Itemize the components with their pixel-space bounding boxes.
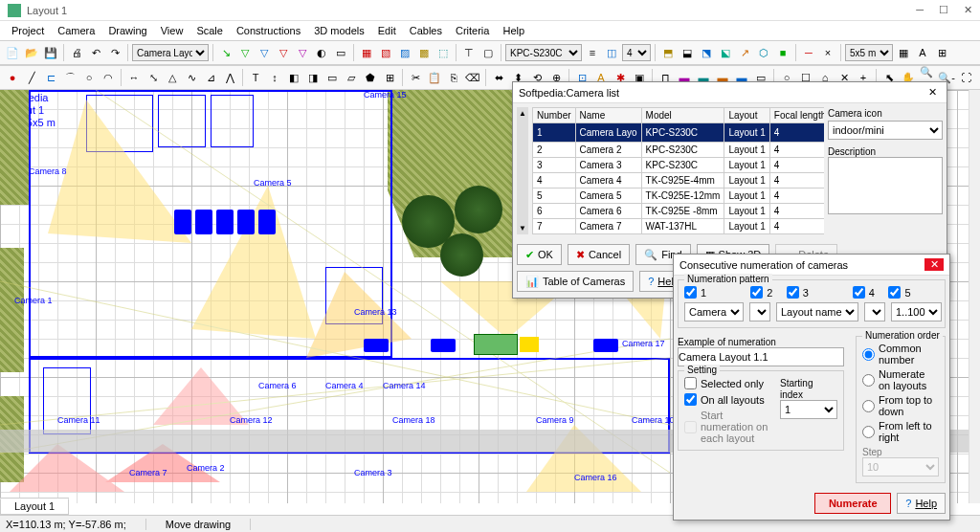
tool-icon[interactable]: ▱ — [343, 69, 360, 86]
print-icon[interactable]: 🖨 — [68, 44, 85, 61]
camera-table[interactable]: NumberNameModelLayoutFocal lengthImage s… — [532, 107, 824, 234]
vertical-scrollbar[interactable] — [969, 90, 980, 503]
menu-help[interactable]: Help — [497, 23, 530, 38]
tool-icon[interactable]: ⬡ — [755, 44, 772, 61]
save-icon[interactable]: 💾 — [42, 44, 59, 61]
camera-icon-select[interactable]: indoor/mini — [828, 121, 943, 140]
order-topdown-radio[interactable] — [862, 400, 875, 412]
tool-icon[interactable]: ⤡ — [145, 69, 162, 86]
tool-icon[interactable]: ↘ — [217, 44, 234, 61]
sel-3[interactable]: Layout name — [776, 302, 858, 321]
help-button[interactable]: ?Help — [897, 493, 946, 514]
cancel-button[interactable]: ✖Cancel — [568, 244, 630, 265]
new-icon[interactable]: 📄 — [4, 44, 21, 61]
tool-icon[interactable]: ⌫ — [464, 69, 481, 86]
sel-1[interactable]: Camera — [684, 302, 744, 321]
description-textarea[interactable] — [828, 157, 943, 214]
open-icon[interactable]: 📂 — [23, 44, 40, 61]
tool-icon[interactable]: ∿ — [183, 69, 200, 86]
scroll-up-icon[interactable]: ▲ — [519, 109, 526, 118]
tool-icon[interactable]: ▩ — [415, 44, 433, 61]
tool-icon[interactable]: ▽ — [256, 44, 273, 61]
sel-2[interactable] — [749, 302, 770, 321]
tool-icon[interactable]: ✂ — [407, 69, 424, 86]
grid-select[interactable]: 5x5 m — [845, 44, 893, 61]
tool-icon[interactable]: ▨ — [396, 44, 413, 61]
tool-icon[interactable]: ⬌ — [490, 69, 507, 86]
tool-icon[interactable]: ⊞ — [381, 69, 398, 86]
menu-scale[interactable]: Scale — [190, 23, 229, 38]
order-layouts-radio[interactable] — [862, 374, 875, 387]
menu-constructions[interactable]: Constructions — [231, 23, 306, 38]
close-icon[interactable]: ✕ — [924, 86, 941, 99]
menu-camera[interactable]: Camera — [52, 23, 100, 38]
tool-icon[interactable]: ╱ — [23, 69, 40, 86]
minimize-button[interactable]: ─ — [916, 4, 924, 16]
scroll-down-icon[interactable]: ▼ — [519, 224, 526, 233]
model-select[interactable]: KPC-S230C — [505, 44, 582, 61]
tool-icon[interactable]: ↗ — [736, 44, 753, 61]
order-leftright-radio[interactable] — [862, 426, 875, 438]
tool-icon[interactable]: △ — [164, 69, 181, 86]
tool-icon[interactable]: ⬓ — [679, 44, 696, 61]
menu-3dmodels[interactable]: 3D models — [308, 23, 370, 38]
table-row[interactable]: 1Camera LayoKPC-S230CLayout 14500*576 — [533, 123, 825, 143]
col1-check[interactable] — [684, 286, 697, 299]
tool-icon[interactable]: ▦ — [358, 44, 375, 61]
grid-icon[interactable]: ▦ — [895, 44, 912, 61]
redo-icon[interactable]: ↷ — [106, 44, 123, 61]
table-cameras-button[interactable]: 📊Table of Cameras — [517, 271, 634, 292]
tool-icon[interactable]: ↕ — [266, 69, 283, 86]
tool-icon[interactable]: ⊞ — [933, 44, 950, 61]
tool-icon[interactable]: ─ — [800, 44, 817, 61]
zoom-fit-icon[interactable]: ⛶ — [957, 69, 974, 86]
menu-edit[interactable]: Edit — [372, 23, 402, 38]
tool-icon[interactable]: ▽ — [275, 44, 292, 61]
tool-icon[interactable]: ⬟ — [362, 69, 379, 86]
menu-view[interactable]: View — [155, 23, 189, 38]
tool-icon[interactable]: ▽ — [294, 44, 311, 61]
tool-icon[interactable]: ▧ — [377, 44, 394, 61]
tool-icon[interactable]: ◐ — [313, 44, 330, 61]
tool-icon[interactable]: ◧ — [285, 69, 302, 86]
tool-icon[interactable]: T — [247, 69, 264, 86]
tool-icon[interactable]: ◨ — [304, 69, 322, 86]
tool-icon[interactable]: ⬒ — [659, 44, 677, 61]
col4-check[interactable] — [853, 286, 865, 299]
tool-icon[interactable]: ◫ — [603, 44, 620, 61]
on-all-layouts-check[interactable] — [684, 393, 697, 406]
tool-icon[interactable]: ⊿ — [202, 69, 219, 86]
tool-icon[interactable]: ⊤ — [460, 44, 478, 61]
maximize-button[interactable]: ☐ — [939, 4, 948, 16]
tool-icon[interactable]: ● — [4, 69, 21, 86]
table-row[interactable]: 5Camera 5TK-C925E-12mmLayout 14704*576 — [533, 188, 825, 204]
menu-criteria[interactable]: Criteria — [450, 23, 495, 38]
tool-icon[interactable]: × — [819, 44, 836, 61]
tool-icon[interactable]: ⌒ — [61, 69, 78, 86]
tool-icon[interactable]: ⬚ — [434, 44, 452, 61]
sel-5[interactable]: 1..100 — [891, 302, 942, 321]
tool-icon[interactable]: ≡ — [584, 44, 601, 61]
tool-icon[interactable]: ⋀ — [221, 69, 238, 86]
close-icon[interactable]: ✕ — [924, 258, 944, 271]
tool-icon[interactable]: A — [914, 44, 931, 61]
tool-icon[interactable]: 📋 — [426, 69, 443, 86]
tool-icon[interactable]: ▭ — [323, 69, 341, 86]
start-index-select[interactable]: 1 — [780, 400, 837, 419]
tool-icon[interactable]: ■ — [774, 44, 791, 61]
col2-check[interactable] — [750, 286, 763, 299]
numerate-button[interactable]: Numerate — [814, 493, 891, 514]
tool-icon[interactable]: ▽ — [236, 44, 254, 61]
sel-4[interactable] — [864, 302, 885, 321]
order-common-radio[interactable] — [862, 348, 875, 361]
tool-icon[interactable]: ○ — [80, 69, 98, 86]
table-row[interactable]: 2Camera 2KPC-S230CLayout 14500*576 — [533, 143, 825, 158]
undo-icon[interactable]: ↶ — [87, 44, 104, 61]
tool-icon[interactable]: ⎘ — [445, 69, 462, 86]
tool-icon[interactable]: ◠ — [100, 69, 117, 86]
tab-layout-1[interactable]: Layout 1 — [0, 499, 69, 515]
menu-project[interactable]: Project — [6, 23, 50, 38]
menu-drawing[interactable]: Drawing — [102, 23, 152, 38]
close-button[interactable]: ✕ — [964, 4, 972, 16]
table-row[interactable]: 3Camera 3KPC-S230CLayout 14500*576 — [533, 158, 825, 173]
